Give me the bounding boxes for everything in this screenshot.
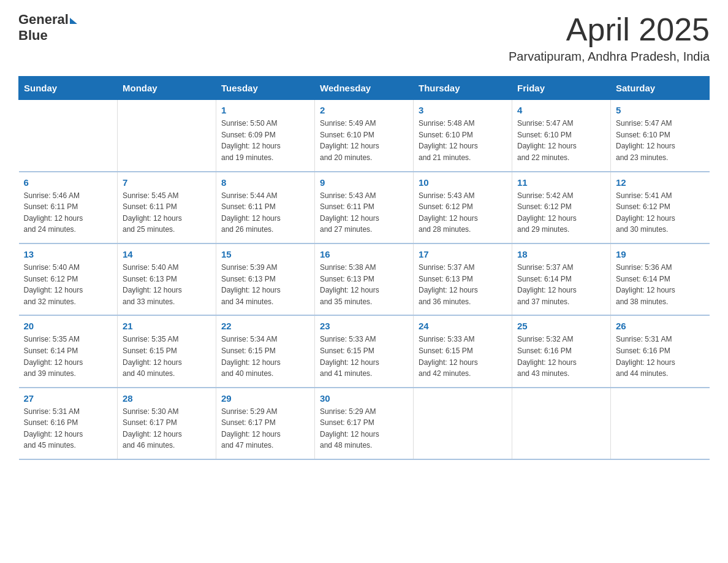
calendar-cell: 20Sunrise: 5:35 AM Sunset: 6:14 PM Dayli… [19, 315, 118, 387]
day-number: 26 [616, 321, 705, 331]
calendar-cell: 15Sunrise: 5:39 AM Sunset: 6:13 PM Dayli… [216, 243, 315, 315]
calendar-cell: 26Sunrise: 5:31 AM Sunset: 6:16 PM Dayli… [611, 315, 710, 387]
day-number: 12 [616, 177, 705, 188]
logo-general: General [18, 12, 69, 27]
calendar-cell: 22Sunrise: 5:34 AM Sunset: 6:15 PM Dayli… [216, 315, 315, 387]
day-number: 7 [123, 177, 211, 188]
calendar-cell: 11Sunrise: 5:42 AM Sunset: 6:12 PM Dayli… [512, 172, 611, 243]
calendar-week-2: 6Sunrise: 5:46 AM Sunset: 6:11 PM Daylig… [19, 172, 710, 243]
day-info: Sunrise: 5:29 AM Sunset: 6:17 PM Dayligh… [221, 406, 309, 451]
day-number: 3 [419, 105, 507, 115]
day-number: 21 [123, 321, 211, 331]
day-number: 8 [221, 177, 309, 188]
day-info: Sunrise: 5:35 AM Sunset: 6:15 PM Dayligh… [123, 334, 211, 379]
calendar-cell: 28Sunrise: 5:30 AM Sunset: 6:17 PM Dayli… [118, 388, 216, 459]
day-number: 1 [221, 105, 309, 115]
calendar-cell: 23Sunrise: 5:33 AM Sunset: 6:15 PM Dayli… [315, 315, 414, 387]
month-title: April 2025 [509, 12, 710, 47]
calendar-cell: 27Sunrise: 5:31 AM Sunset: 6:16 PM Dayli… [19, 388, 118, 459]
weekday-header-thursday: Thursday [414, 77, 512, 100]
day-number: 14 [123, 249, 211, 259]
day-info: Sunrise: 5:43 AM Sunset: 6:11 PM Dayligh… [320, 190, 408, 236]
calendar-cell [512, 388, 611, 459]
day-number: 2 [320, 105, 408, 115]
calendar-week-3: 13Sunrise: 5:40 AM Sunset: 6:12 PM Dayli… [19, 243, 710, 315]
day-info: Sunrise: 5:29 AM Sunset: 6:17 PM Dayligh… [320, 406, 408, 451]
calendar-cell: 25Sunrise: 5:32 AM Sunset: 6:16 PM Dayli… [512, 315, 611, 387]
day-info: Sunrise: 5:31 AM Sunset: 6:16 PM Dayligh… [24, 406, 113, 451]
day-info: Sunrise: 5:33 AM Sunset: 6:15 PM Dayligh… [320, 334, 408, 379]
weekday-header-row: SundayMondayTuesdayWednesdayThursdayFrid… [19, 77, 710, 100]
logo-arrow-icon [70, 18, 77, 24]
day-number: 22 [221, 321, 309, 331]
calendar-cell [118, 100, 216, 172]
weekday-header-tuesday: Tuesday [216, 77, 315, 100]
calendar-cell: 10Sunrise: 5:43 AM Sunset: 6:12 PM Dayli… [414, 172, 512, 243]
calendar-cell: 4Sunrise: 5:47 AM Sunset: 6:10 PM Daylig… [512, 100, 611, 172]
weekday-header-wednesday: Wednesday [315, 77, 414, 100]
calendar-cell: 2Sunrise: 5:49 AM Sunset: 6:10 PM Daylig… [315, 100, 414, 172]
day-number: 19 [616, 249, 705, 259]
logo: General Blue [18, 12, 77, 43]
day-info: Sunrise: 5:48 AM Sunset: 6:10 PM Dayligh… [419, 118, 507, 163]
day-number: 18 [517, 249, 605, 259]
day-number: 25 [517, 321, 605, 331]
calendar-cell: 6Sunrise: 5:46 AM Sunset: 6:11 PM Daylig… [19, 172, 118, 243]
day-info: Sunrise: 5:36 AM Sunset: 6:14 PM Dayligh… [616, 262, 705, 307]
day-info: Sunrise: 5:40 AM Sunset: 6:13 PM Dayligh… [123, 262, 211, 307]
day-number: 11 [517, 177, 605, 188]
calendar-cell: 21Sunrise: 5:35 AM Sunset: 6:15 PM Dayli… [118, 315, 216, 387]
day-info: Sunrise: 5:33 AM Sunset: 6:15 PM Dayligh… [419, 334, 507, 379]
day-info: Sunrise: 5:40 AM Sunset: 6:12 PM Dayligh… [24, 262, 113, 307]
day-info: Sunrise: 5:38 AM Sunset: 6:13 PM Dayligh… [320, 262, 408, 307]
location: Parvatipuram, Andhra Pradesh, India [509, 50, 710, 64]
logo-blue: Blue [18, 28, 48, 43]
day-info: Sunrise: 5:30 AM Sunset: 6:17 PM Dayligh… [123, 406, 211, 451]
day-number: 29 [221, 393, 309, 404]
day-number: 27 [24, 393, 113, 404]
day-number: 13 [24, 249, 113, 259]
day-info: Sunrise: 5:47 AM Sunset: 6:10 PM Dayligh… [517, 118, 605, 163]
day-number: 4 [517, 105, 605, 115]
day-info: Sunrise: 5:37 AM Sunset: 6:13 PM Dayligh… [419, 262, 507, 307]
day-info: Sunrise: 5:47 AM Sunset: 6:10 PM Dayligh… [616, 118, 705, 163]
day-number: 10 [419, 177, 507, 188]
day-info: Sunrise: 5:39 AM Sunset: 6:13 PM Dayligh… [221, 262, 309, 307]
calendar-cell: 12Sunrise: 5:41 AM Sunset: 6:12 PM Dayli… [611, 172, 710, 243]
day-number: 20 [24, 321, 113, 331]
calendar-cell: 30Sunrise: 5:29 AM Sunset: 6:17 PM Dayli… [315, 388, 414, 459]
calendar-table: SundayMondayTuesdayWednesdayThursdayFrid… [18, 76, 710, 460]
weekday-header-friday: Friday [512, 77, 611, 100]
calendar-cell: 16Sunrise: 5:38 AM Sunset: 6:13 PM Dayli… [315, 243, 414, 315]
day-info: Sunrise: 5:45 AM Sunset: 6:11 PM Dayligh… [123, 190, 211, 236]
day-number: 23 [320, 321, 408, 331]
calendar-cell: 3Sunrise: 5:48 AM Sunset: 6:10 PM Daylig… [414, 100, 512, 172]
day-info: Sunrise: 5:34 AM Sunset: 6:15 PM Dayligh… [221, 334, 309, 379]
calendar-cell: 29Sunrise: 5:29 AM Sunset: 6:17 PM Dayli… [216, 388, 315, 459]
calendar-cell: 5Sunrise: 5:47 AM Sunset: 6:10 PM Daylig… [611, 100, 710, 172]
calendar-cell: 1Sunrise: 5:50 AM Sunset: 6:09 PM Daylig… [216, 100, 315, 172]
day-info: Sunrise: 5:49 AM Sunset: 6:10 PM Dayligh… [320, 118, 408, 163]
day-info: Sunrise: 5:32 AM Sunset: 6:16 PM Dayligh… [517, 334, 605, 379]
calendar-cell: 18Sunrise: 5:37 AM Sunset: 6:14 PM Dayli… [512, 243, 611, 315]
title-area: April 2025 Parvatipuram, Andhra Pradesh,… [509, 12, 710, 64]
day-number: 9 [320, 177, 408, 188]
day-info: Sunrise: 5:41 AM Sunset: 6:12 PM Dayligh… [616, 190, 705, 236]
calendar-body: 1Sunrise: 5:50 AM Sunset: 6:09 PM Daylig… [19, 100, 710, 459]
day-info: Sunrise: 5:31 AM Sunset: 6:16 PM Dayligh… [616, 334, 705, 379]
weekday-header-monday: Monday [118, 77, 216, 100]
calendar-cell: 7Sunrise: 5:45 AM Sunset: 6:11 PM Daylig… [118, 172, 216, 243]
calendar-cell: 24Sunrise: 5:33 AM Sunset: 6:15 PM Dayli… [414, 315, 512, 387]
day-info: Sunrise: 5:43 AM Sunset: 6:12 PM Dayligh… [419, 190, 507, 236]
calendar-cell: 9Sunrise: 5:43 AM Sunset: 6:11 PM Daylig… [315, 172, 414, 243]
day-number: 6 [24, 177, 113, 188]
day-info: Sunrise: 5:42 AM Sunset: 6:12 PM Dayligh… [517, 190, 605, 236]
day-number: 30 [320, 393, 408, 404]
calendar-week-1: 1Sunrise: 5:50 AM Sunset: 6:09 PM Daylig… [19, 100, 710, 172]
day-number: 16 [320, 249, 408, 259]
day-info: Sunrise: 5:44 AM Sunset: 6:11 PM Dayligh… [221, 190, 309, 236]
day-info: Sunrise: 5:35 AM Sunset: 6:14 PM Dayligh… [24, 334, 113, 379]
weekday-header-saturday: Saturday [611, 77, 710, 100]
calendar-cell: 8Sunrise: 5:44 AM Sunset: 6:11 PM Daylig… [216, 172, 315, 243]
weekday-header-sunday: Sunday [19, 77, 118, 100]
